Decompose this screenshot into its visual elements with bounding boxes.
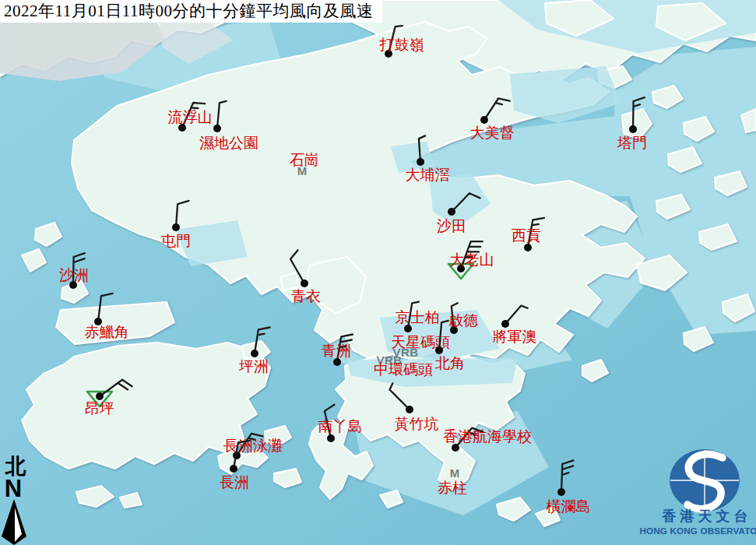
station-dot bbox=[480, 116, 488, 124]
wind-map-page: 北 N 香港天文台 HONG KONG OBSERVATORY 打鼓嶺流浮山濕地… bbox=[0, 0, 756, 545]
north-letter-label: N bbox=[5, 475, 22, 502]
station-label: 黃竹坑 bbox=[395, 416, 439, 432]
station-label: 赤柱 bbox=[438, 480, 467, 496]
station-dot bbox=[452, 444, 459, 452]
station-dot bbox=[501, 320, 509, 328]
station-dot bbox=[417, 158, 424, 166]
station-dot bbox=[406, 406, 413, 413]
hko-name-english: HONG KONG OBSERVATORY bbox=[639, 526, 756, 536]
station-dot bbox=[96, 392, 104, 400]
station-dot bbox=[448, 208, 455, 216]
station-label: 長洲泳灘 bbox=[223, 438, 283, 454]
station-label: 屯門 bbox=[161, 233, 191, 249]
hong-kong-map: 北 N 香港天文台 HONG KONG OBSERVATORY 打鼓嶺流浮山濕地… bbox=[0, 0, 756, 545]
missing-data-label: M bbox=[450, 466, 460, 480]
station-label: 流浮山 bbox=[168, 109, 213, 125]
station-label: 沙洲 bbox=[59, 267, 89, 283]
station-label: 北角 bbox=[435, 355, 465, 371]
station-label: 青洲 bbox=[322, 343, 351, 359]
station-label: 石崗 bbox=[290, 152, 319, 168]
map-title: 2022年11月01日11時00分的十分鐘平均風向及風速 bbox=[0, 0, 382, 23]
station-label: 塔門 bbox=[617, 135, 647, 151]
station-label: 大埔滘 bbox=[406, 167, 450, 183]
station-dot bbox=[404, 325, 412, 332]
station-dot bbox=[251, 350, 258, 357]
station-dot bbox=[435, 346, 443, 354]
station-label: 打鼓嶺 bbox=[379, 37, 424, 53]
station-dot bbox=[327, 434, 335, 442]
station-dot bbox=[333, 358, 341, 366]
station-label: 中環碼頭 bbox=[374, 361, 433, 378]
station-label: 啟德 bbox=[448, 312, 478, 329]
station-label: 將軍澳 bbox=[493, 329, 537, 345]
station-label: 香港航海學校 bbox=[443, 428, 532, 445]
station-label: 坪洲 bbox=[238, 358, 269, 374]
station-label: 沙田 bbox=[437, 218, 466, 234]
station-label: 濕地公園 bbox=[199, 135, 258, 151]
hko-name-chinese: 香港天文台 bbox=[662, 508, 752, 524]
station-dot bbox=[213, 125, 221, 132]
station-dot bbox=[172, 223, 180, 231]
station-dot bbox=[301, 280, 308, 287]
station-label: 大老山 bbox=[450, 251, 494, 268]
station-label: 長洲 bbox=[220, 474, 249, 490]
station-label: 赤鱲角 bbox=[85, 324, 129, 340]
station-dot bbox=[629, 125, 637, 133]
station-dot bbox=[230, 465, 237, 473]
station-label: 橫瀾島 bbox=[546, 498, 591, 515]
station-label: 昂坪 bbox=[85, 400, 114, 417]
station-label: 西貢 bbox=[512, 227, 541, 244]
station-label: 京士柏 bbox=[396, 309, 440, 325]
station-dot bbox=[557, 488, 565, 496]
station-label: 南丫島 bbox=[318, 418, 363, 434]
station-label: 青衣 bbox=[291, 288, 321, 304]
station-label: 大美督 bbox=[470, 125, 515, 141]
station-dot bbox=[524, 244, 532, 251]
